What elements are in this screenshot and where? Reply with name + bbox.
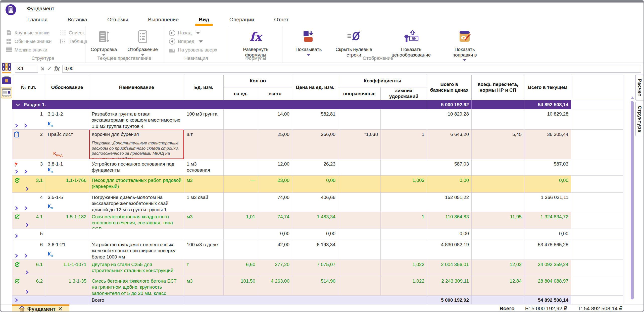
section-row[interactable]: Раздел 1.5 000 192,9254 892 508,14 xyxy=(12,100,623,109)
expand-chevron-icon[interactable] xyxy=(15,254,18,258)
cell-coef[interactable] xyxy=(471,240,524,259)
cell-name[interactable]: Погружение дизель-молотом на экскаваторе… xyxy=(89,193,184,212)
cell-winter[interactable]: 1,022 xyxy=(380,276,427,295)
expand-chevron-icon[interactable] xyxy=(25,223,29,227)
cell-num[interactable]: 5 xyxy=(12,229,45,240)
cell-extra[interactable] xyxy=(571,130,623,159)
table-row[interactable]: 4.11.5-1-182Свая железобетонная квадратн… xyxy=(12,212,623,229)
cell-coef[interactable]: 12,02 xyxy=(471,260,524,276)
cell-qty-total[interactable]: 0,00 xyxy=(258,229,292,240)
tab-vstavka[interactable]: Вставка xyxy=(67,15,88,26)
cell-coef[interactable]: 12,84 xyxy=(471,276,524,295)
coefficient-mark-kp[interactable]: Кп xyxy=(48,121,53,128)
cell-winter[interactable] xyxy=(380,159,427,175)
table-row[interactable]: 50,000,000,000,00 xyxy=(12,229,623,240)
cell-corr[interactable] xyxy=(338,193,380,212)
cell-num[interactable]: 3 xyxy=(12,159,45,175)
cell-base[interactable]: 587,03 xyxy=(427,159,471,175)
cell-num[interactable]: 6 xyxy=(12,240,45,259)
list-view-button[interactable]: Список xyxy=(60,29,87,37)
cell-winter[interactable]: 1 xyxy=(380,130,427,159)
table-row[interactable]: 33.8-1-1КпУстройство песчаного основания… xyxy=(12,159,623,176)
table-row[interactable]: 2Прайс листКиндКоронки для буренияПоправ… xyxy=(12,130,623,159)
cell-winter[interactable]: 1,003 xyxy=(380,176,427,192)
cell-price[interactable]: 514,90 xyxy=(292,276,338,295)
cell-unit[interactable]: 100 м3 грунта xyxy=(184,109,223,129)
col-header-base-total[interactable]: Всего в базисных ценах xyxy=(427,75,471,100)
cell-qty-total[interactable]: 277,20 xyxy=(258,260,292,276)
normal-icons-button[interactable]: Обычные значки xyxy=(6,37,52,46)
cell-base[interactable]: 10 829,28 xyxy=(427,109,471,129)
tab-operacii[interactable]: Операции xyxy=(229,15,255,26)
cell-corr[interactable] xyxy=(338,260,380,276)
cell-base[interactable]: 2 243 309,11 xyxy=(427,276,471,295)
coefficient-mark-kp[interactable]: Кп xyxy=(48,203,53,210)
col-header-qty-group[interactable]: Кол-во xyxy=(223,75,292,87)
cell-basis[interactable]: 3.1-1-2Кп xyxy=(45,109,89,129)
expand-chevron-icon[interactable] xyxy=(24,206,27,210)
coefficient-mark-kp[interactable]: Кп xyxy=(48,167,53,174)
cell-extra[interactable] xyxy=(571,109,623,129)
cell-num[interactable]: 6.2 xyxy=(12,276,45,295)
cell-qty-per[interactable] xyxy=(223,193,258,212)
cell-num[interactable]: 1 xyxy=(12,109,45,129)
cell-num[interactable]: 4.1 xyxy=(12,212,45,229)
cell-base[interactable]: 0,00 xyxy=(427,176,471,192)
cell-basis[interactable]: 3.8-1-1Кп xyxy=(45,159,89,175)
cell-price[interactable]: 7 075,07 xyxy=(292,260,338,276)
col-header-recalc[interactable]: Коэф. пересчета, нормы НР и СП xyxy=(471,75,524,100)
coefficient-mark-kind[interactable]: Кинд xyxy=(53,150,63,157)
cell-price[interactable]: 26,23 xyxy=(292,159,338,175)
cell-current[interactable]: 36 205,44 xyxy=(524,130,571,159)
cell-unit[interactable]: 100 м3 в деле xyxy=(184,240,223,259)
cell-base[interactable]: 0,00 xyxy=(427,229,471,240)
cell-qty-per[interactable] xyxy=(223,130,258,159)
confirm-icon[interactable]: ✓ xyxy=(47,66,52,72)
cell-basis[interactable]: 1.1-1-766 xyxy=(45,176,89,192)
formula-input[interactable] xyxy=(62,65,641,73)
cell-name[interactable]: Свая железобетонная квадратного сплошног… xyxy=(89,212,184,229)
cell-extra[interactable] xyxy=(571,276,623,295)
cell-current[interactable]: 10 829,28 xyxy=(524,109,571,129)
cell-reference-input[interactable] xyxy=(15,65,38,73)
expand-chevron-icon[interactable] xyxy=(15,234,18,238)
cell-name[interactable]: Устройство песчаного основания под фунда… xyxy=(89,159,184,175)
cell-coef[interactable] xyxy=(471,176,524,192)
app-logo-icon[interactable] xyxy=(5,4,17,16)
binders-icon[interactable] xyxy=(2,63,12,73)
cell-coef[interactable]: 5,45 xyxy=(471,130,524,159)
cell-current[interactable]: 0,00 xyxy=(524,229,571,240)
cell-name[interactable] xyxy=(89,229,184,240)
cell-basis[interactable]: 3.5-1-5Кп xyxy=(45,193,89,212)
cell-winter[interactable]: 1 xyxy=(380,212,427,229)
col-header-basis[interactable]: Обоснование xyxy=(45,75,89,100)
cell-winter[interactable] xyxy=(380,193,427,212)
expand-chevron-icon[interactable] xyxy=(25,187,29,191)
cell-current[interactable]: 28 804 088,97 xyxy=(524,276,571,295)
expand-chevron-icon[interactable] xyxy=(15,170,18,174)
col-header-winter[interactable]: зимних удорожаний xyxy=(380,87,427,100)
cell-qty-total[interactable]: 74,00 xyxy=(258,193,292,212)
table-row[interactable]: 6.21.3-1-35Смесь бетонная тяжелого бетон… xyxy=(12,276,623,296)
cell-basis[interactable]: Прайс листКинд xyxy=(45,130,89,159)
col-header-qty-total[interactable]: всего xyxy=(258,87,292,100)
expand-chevron-icon[interactable] xyxy=(24,254,27,258)
table-row[interactable]: 3.11.1-1-766Песок для строительных работ… xyxy=(12,176,623,193)
cell-qty-per[interactable] xyxy=(223,109,258,129)
cell-price[interactable]: 406,68 xyxy=(292,193,338,212)
cell-base[interactable]: 110 864,83 xyxy=(427,212,471,229)
cell-unit[interactable]: 1 м3 основания xyxy=(184,159,223,175)
cell-num[interactable]: 6.1 xyxy=(12,260,45,276)
cell-num[interactable]: 4 xyxy=(12,193,45,212)
cell-unit[interactable]: 1 м3 свай xyxy=(184,193,223,212)
briefcase-icon[interactable] xyxy=(2,76,12,84)
cell-winter[interactable] xyxy=(380,109,427,129)
cell-basis[interactable]: 1.5-1-182 xyxy=(45,212,89,229)
tab-vid[interactable]: Вид xyxy=(198,15,210,26)
cell-unit[interactable] xyxy=(184,229,223,240)
cell-qty-per[interactable]: 1,01 xyxy=(223,212,258,229)
cell-name[interactable]: Устройство фундаментов ленточных железоб… xyxy=(89,240,184,259)
col-header-price[interactable]: Цена на ед. изм. xyxy=(292,75,338,100)
tab-vypolnenie[interactable]: Выполнение xyxy=(147,15,179,26)
scrollbar-up-arrow-icon[interactable] xyxy=(631,96,634,99)
